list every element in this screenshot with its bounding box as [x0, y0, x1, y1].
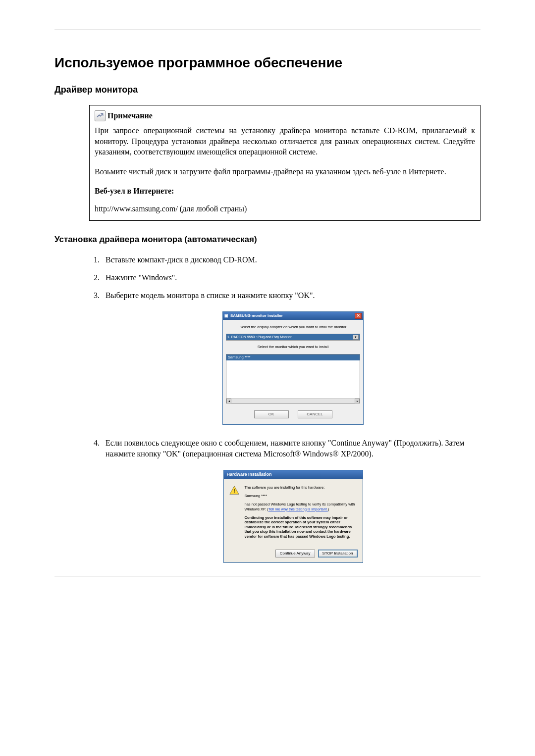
window-icon: ▣: [224, 313, 228, 318]
list-item-selected[interactable]: Samsung ****: [226, 354, 360, 361]
installer-instruction-1: Select the display adapter on which you …: [223, 320, 363, 334]
hw-titlebar: Hardware Installation: [224, 470, 363, 479]
hw-warning-text: Continuing your installation of this sof…: [245, 515, 358, 539]
svg-text:!: !: [233, 488, 235, 494]
steps-list: Вставьте компакт-диск в дисковод CD-ROM.…: [102, 254, 481, 563]
hw-title: Hardware Installation: [227, 471, 272, 478]
horizontal-scrollbar[interactable]: ◂ ▸: [226, 398, 360, 403]
scroll-left-icon[interactable]: ◂: [226, 399, 231, 403]
adapter-dropdown-value: 1. RADEON 9550 : Plug and Play Monitor: [227, 335, 292, 340]
continue-anyway-button[interactable]: Continue Anyway: [275, 550, 315, 557]
scroll-right-icon[interactable]: ▸: [355, 399, 360, 403]
hardware-warning-dialog: Hardware Installation ! The software you…: [223, 470, 363, 563]
web-label: Веб-узел в Интернете:: [95, 186, 475, 197]
note-label: Примечание: [107, 110, 153, 121]
bottom-rule: [54, 576, 481, 576]
warning-icon: !: [229, 485, 240, 496]
monitor-listbox[interactable]: Samsung **** ◂ ▸: [226, 354, 360, 403]
web-url: http://www.samsung.com/ (для любой стран…: [95, 203, 475, 214]
close-icon[interactable]: ✕: [355, 313, 362, 319]
step-3: Выберите модель монитора в списке и нажм…: [102, 290, 481, 424]
stop-installation-button[interactable]: STOP Installation: [318, 550, 358, 557]
step-4: Если появилось следующее окно с сообщени…: [102, 438, 481, 563]
top-rule: [54, 30, 481, 30]
installer-titlebar: ▣ SAMSUNG monitor installer ✕: [223, 312, 363, 320]
note-paragraph-2: Возьмите чистый диск и загрузите файл пр…: [95, 166, 475, 177]
installer-dialog: ▣ SAMSUNG monitor installer ✕ Select the…: [222, 311, 364, 425]
hw-line2: Samsung ****: [245, 494, 358, 498]
installer-title: SAMSUNG monitor installer: [230, 313, 283, 318]
adapter-dropdown[interactable]: 1. RADEON 9550 : Plug and Play Monitor ▾: [226, 334, 360, 341]
section-driver-title: Драйвер монитора: [54, 85, 481, 95]
cancel-button[interactable]: CANCEL: [298, 410, 332, 418]
note-icon: [95, 110, 106, 121]
hw-line1: The software you are installing for this…: [245, 485, 358, 490]
step-2: Нажмите "Windows".: [102, 272, 481, 283]
installer-instruction-2: Select the monitor which you want to ins…: [223, 341, 363, 354]
why-testing-link[interactable]: Tell me why this testing is important.: [268, 507, 328, 511]
hw-line3: has not passed Windows Logo testing to v…: [245, 502, 358, 511]
note-paragraph-1: При запросе операционной системы на уста…: [95, 125, 475, 157]
section-install-title: Установка драйвера монитора (автоматичес…: [54, 235, 481, 245]
ok-button[interactable]: OK: [254, 410, 289, 418]
chevron-down-icon[interactable]: ▾: [353, 335, 359, 340]
note-box: Примечание При запросе операционной сист…: [89, 105, 481, 221]
step-1: Вставьте компакт-диск в дисковод CD-ROM.: [102, 254, 481, 265]
page-title: Используемое программное обеспечение: [54, 55, 481, 71]
